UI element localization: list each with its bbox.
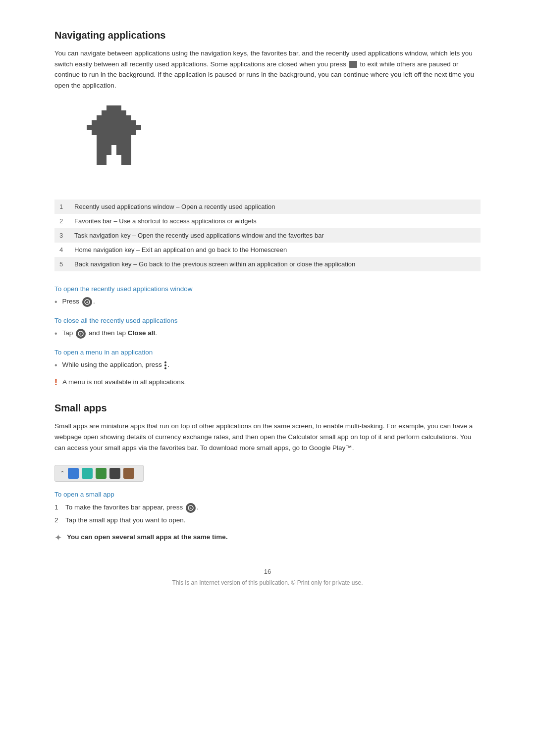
svg-rect-61 (116, 145, 121, 150)
exit-icon (349, 61, 357, 68)
svg-rect-49 (121, 135, 126, 140)
nav-num: 3 (54, 228, 69, 243)
svg-rect-65 (102, 150, 107, 155)
svg-rect-9 (102, 115, 107, 120)
svg-rect-53 (107, 140, 111, 145)
svg-rect-6 (116, 110, 121, 115)
svg-rect-0 (107, 105, 111, 110)
close-all-label: Close all (128, 329, 156, 337)
footer-text: This is an Internet version of this publ… (54, 579, 481, 586)
warning-text: A menu is not available in all applicati… (62, 377, 481, 387)
svg-rect-18 (107, 120, 111, 125)
home-icon-svg (84, 105, 149, 185)
nav-desc: Back navigation key – Go back to the pre… (69, 257, 481, 271)
svg-rect-73 (126, 155, 131, 160)
svg-rect-27 (102, 125, 107, 130)
tip-icon: ✦ (54, 532, 62, 543)
svg-rect-38 (107, 130, 111, 135)
svg-rect-74 (97, 160, 102, 165)
svg-rect-31 (121, 125, 126, 130)
svg-rect-47 (111, 135, 116, 140)
svg-rect-68 (121, 150, 126, 155)
svg-rect-2 (116, 105, 121, 110)
svg-rect-77 (126, 160, 131, 165)
svg-rect-19 (111, 120, 116, 125)
svg-rect-37 (102, 130, 107, 135)
section1-title: Navigating applications (54, 30, 481, 41)
svg-rect-35 (92, 130, 97, 135)
svg-rect-20 (116, 120, 121, 125)
caret-icon: ⌃ (60, 470, 65, 477)
svg-rect-5 (111, 110, 116, 115)
svg-rect-45 (102, 135, 107, 140)
svg-rect-75 (102, 160, 107, 165)
svg-rect-24 (87, 125, 92, 130)
small-app-steps: 1 To make the favorites bar appear, pres… (54, 502, 481, 526)
app-icon-green (96, 468, 107, 479)
svg-rect-28 (107, 125, 111, 130)
svg-rect-33 (131, 125, 136, 130)
table-row: 4 Home navigation key – Exit an applicat… (54, 243, 481, 257)
svg-rect-57 (126, 140, 131, 145)
nav-num: 1 (54, 200, 69, 214)
bullet-dot: • (54, 296, 57, 308)
tip-block: ✦ You can open several small apps at the… (54, 532, 481, 543)
list-item: 2 Tap the small app that you want to ope… (54, 515, 481, 526)
svg-rect-76 (121, 160, 126, 165)
svg-rect-39 (111, 130, 116, 135)
svg-rect-43 (131, 130, 136, 135)
svg-rect-51 (97, 140, 102, 145)
nav-desc: Recently used applications window – Open… (69, 200, 481, 214)
bullet-dot: • (54, 328, 57, 340)
app-icon-teal (82, 468, 93, 479)
section2-body: Small apps are miniature apps that run o… (54, 421, 481, 453)
svg-rect-70 (97, 155, 102, 160)
svg-rect-7 (121, 110, 126, 115)
svg-rect-71 (102, 155, 107, 160)
svg-rect-40 (116, 130, 121, 135)
svg-rect-14 (126, 115, 131, 120)
step-text-1: To make the favorites bar appear, press … (65, 502, 199, 513)
section2-title: Small apps (54, 403, 481, 414)
nav-desc: Favorites bar – Use a shortcut to access… (69, 214, 481, 228)
page-number: 16 (54, 568, 481, 575)
svg-rect-54 (111, 140, 116, 145)
table-row: 2 Favorites bar – Use a shortcut to acce… (54, 214, 481, 228)
svg-rect-15 (92, 120, 97, 125)
svg-rect-4 (107, 110, 111, 115)
bullet-item: • Press + . (54, 297, 481, 308)
svg-rect-52 (102, 140, 107, 145)
warning-block: ! A menu is not available in all applica… (54, 377, 481, 388)
svg-rect-12 (116, 115, 121, 120)
svg-rect-8 (97, 115, 102, 120)
table-row: 5 Back navigation key – Go back to the p… (54, 257, 481, 271)
svg-rect-21 (121, 120, 126, 125)
nav-desc: Home navigation key – Exit an applicatio… (69, 243, 481, 257)
table-row: 3 Task navigation key – Open the recentl… (54, 228, 481, 243)
press-icon-1: + (82, 297, 92, 307)
svg-rect-1 (111, 105, 116, 110)
svg-text:+: + (86, 300, 89, 304)
svg-rect-58 (97, 145, 102, 150)
svg-rect-55 (116, 140, 121, 145)
svg-rect-3 (102, 110, 107, 115)
svg-rect-16 (97, 120, 102, 125)
section1-body: You can navigate between applications us… (54, 48, 481, 91)
svg-rect-67 (116, 150, 121, 155)
nav-num: 2 (54, 214, 69, 228)
svg-rect-22 (126, 120, 131, 125)
svg-rect-26 (97, 125, 102, 130)
app-icon-blue (68, 468, 79, 479)
svg-rect-13 (121, 115, 126, 120)
svg-text:+: + (190, 506, 192, 510)
svg-rect-23 (131, 120, 136, 125)
three-dots-icon (164, 361, 166, 369)
page-content: Navigating applications You can navigate… (54, 0, 481, 626)
svg-rect-66 (107, 150, 111, 155)
app-icon-dark (109, 468, 120, 479)
svg-rect-30 (116, 125, 121, 130)
svg-rect-50 (126, 135, 131, 140)
svg-rect-34 (136, 125, 141, 130)
bullet-dot: • (54, 359, 57, 371)
svg-rect-44 (97, 135, 102, 140)
